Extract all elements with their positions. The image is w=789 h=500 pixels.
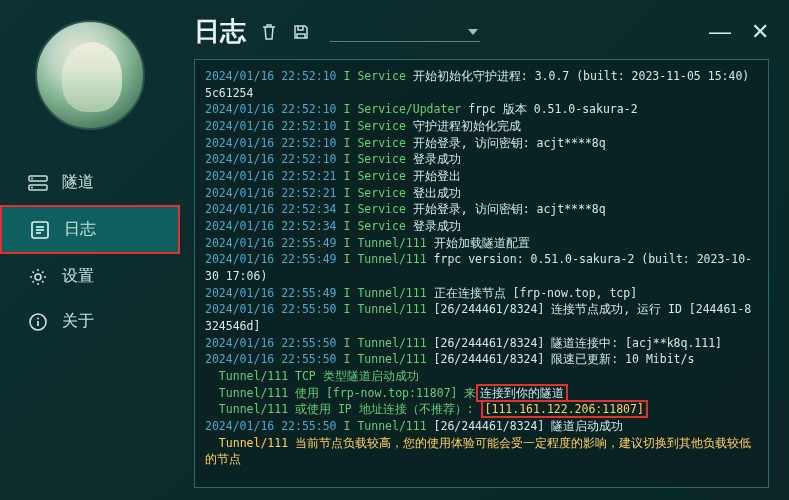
delete-icon[interactable] xyxy=(260,23,278,41)
sidebar-item-settings[interactable]: 设置 xyxy=(0,254,180,299)
sidebar-item-label: 关于 xyxy=(62,311,94,332)
avatar[interactable] xyxy=(35,20,145,130)
info-icon xyxy=(28,312,48,332)
sidebar-item-tunnel[interactable]: 隧道 xyxy=(0,160,180,205)
sidebar-item-label: 隧道 xyxy=(62,172,94,193)
log-output: 2024/01/16 22:52:10 I Service 开始初始化守护进程:… xyxy=(194,59,769,488)
sidebar-item-label: 日志 xyxy=(64,219,96,240)
tunnel-icon xyxy=(28,173,48,193)
sidebar-item-log[interactable]: 日志 xyxy=(0,205,180,254)
svg-point-8 xyxy=(35,274,41,280)
gear-icon xyxy=(28,267,48,287)
page-title: 日志 xyxy=(194,14,246,49)
log-icon xyxy=(30,220,50,240)
nav: 隧道 日志 设置 关于 xyxy=(0,160,180,344)
save-icon[interactable] xyxy=(292,23,310,41)
sidebar-item-about[interactable]: 关于 xyxy=(0,299,180,344)
minimize-button[interactable]: — xyxy=(709,19,731,45)
svg-point-10 xyxy=(37,317,39,319)
svg-point-3 xyxy=(31,186,33,188)
svg-point-2 xyxy=(31,177,33,179)
sidebar-item-label: 设置 xyxy=(62,266,94,287)
close-button[interactable]: ✕ xyxy=(751,19,769,45)
filter-dropdown[interactable] xyxy=(330,22,480,42)
